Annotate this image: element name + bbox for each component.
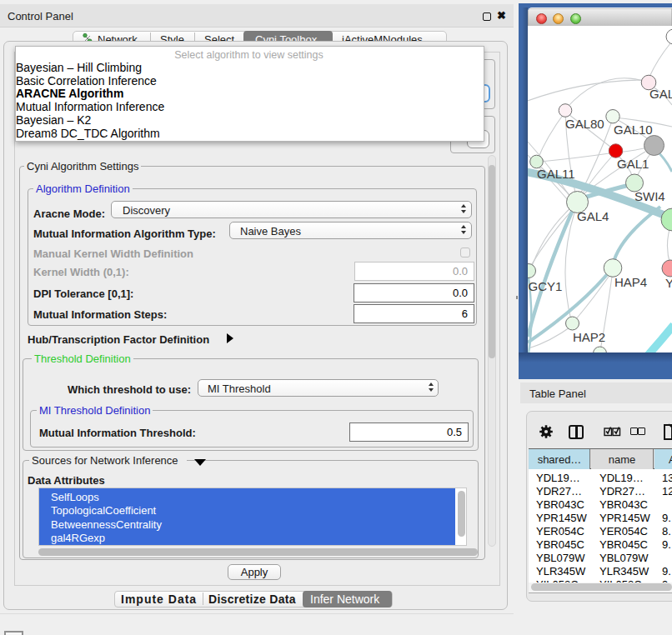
svg-text:HAP4: HAP4 (614, 275, 647, 289)
svg-text:GAL11: GAL11 (537, 167, 575, 181)
svg-text:GCY1: GCY1 (529, 279, 563, 293)
svg-text:GAL4: GAL4 (577, 209, 609, 223)
svg-text:GAL7: GAL7 (649, 87, 672, 101)
svg-text:Y: Y (665, 276, 672, 290)
svg-text:SWI4: SWI4 (634, 189, 665, 203)
svg-text:HAP2: HAP2 (573, 330, 605, 344)
svg-text:GAL80: GAL80 (565, 117, 604, 131)
svg-text:GAL1: GAL1 (617, 157, 649, 171)
svg-text:GAL10: GAL10 (614, 122, 653, 137)
